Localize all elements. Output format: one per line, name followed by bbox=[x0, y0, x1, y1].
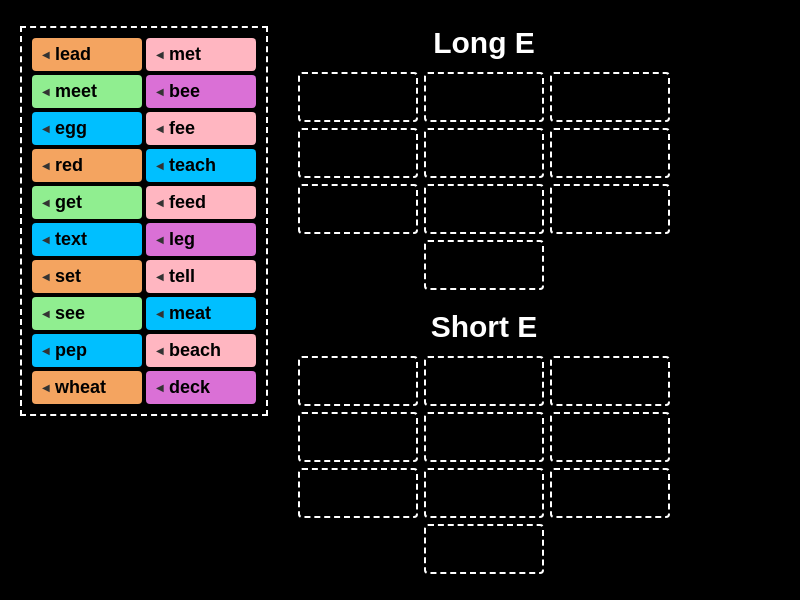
long-e-row-1 bbox=[298, 72, 670, 122]
speaker-icon: ◀ bbox=[42, 271, 50, 282]
long-e-row-4 bbox=[298, 240, 670, 290]
speaker-icon: ◀ bbox=[42, 197, 50, 208]
short-e-title: Short E bbox=[298, 310, 670, 344]
word-label: wheat bbox=[55, 377, 106, 398]
long-e-section: Long E bbox=[298, 26, 670, 290]
drop-cell[interactable] bbox=[424, 128, 544, 178]
short-e-row-1 bbox=[298, 356, 670, 406]
word-row: ◀red◀teach bbox=[32, 149, 256, 182]
speaker-icon: ◀ bbox=[42, 234, 50, 245]
word-label: text bbox=[55, 229, 87, 250]
word-label: pep bbox=[55, 340, 87, 361]
drop-cell[interactable] bbox=[550, 356, 670, 406]
word-cell-egg[interactable]: ◀egg bbox=[32, 112, 142, 145]
speaker-icon: ◀ bbox=[156, 382, 164, 393]
speaker-icon: ◀ bbox=[156, 86, 164, 97]
drop-cell[interactable] bbox=[550, 468, 670, 518]
word-list-panel: ◀lead◀met◀meet◀bee◀egg◀fee◀red◀teach◀get… bbox=[20, 26, 268, 416]
word-cell-meat[interactable]: ◀meat bbox=[146, 297, 256, 330]
speaker-icon: ◀ bbox=[42, 345, 50, 356]
word-label: lead bbox=[55, 44, 91, 65]
word-cell-teach[interactable]: ◀teach bbox=[146, 149, 256, 182]
word-cell-red[interactable]: ◀red bbox=[32, 149, 142, 182]
word-cell-tell[interactable]: ◀tell bbox=[146, 260, 256, 293]
word-cell-get[interactable]: ◀get bbox=[32, 186, 142, 219]
drop-cell[interactable] bbox=[424, 524, 544, 574]
word-label: leg bbox=[169, 229, 195, 250]
word-label: tell bbox=[169, 266, 195, 287]
word-label: beach bbox=[169, 340, 221, 361]
word-label: feed bbox=[169, 192, 206, 213]
word-label: see bbox=[55, 303, 85, 324]
word-row: ◀text◀leg bbox=[32, 223, 256, 256]
short-e-section: Short E bbox=[298, 310, 670, 574]
short-e-row-4 bbox=[298, 524, 670, 574]
word-cell-pep[interactable]: ◀pep bbox=[32, 334, 142, 367]
drop-cell[interactable] bbox=[550, 128, 670, 178]
word-row: ◀get◀feed bbox=[32, 186, 256, 219]
speaker-icon: ◀ bbox=[156, 123, 164, 134]
word-cell-leg[interactable]: ◀leg bbox=[146, 223, 256, 256]
word-row: ◀pep◀beach bbox=[32, 334, 256, 367]
word-cell-deck[interactable]: ◀deck bbox=[146, 371, 256, 404]
drop-cell[interactable] bbox=[424, 468, 544, 518]
word-label: meat bbox=[169, 303, 211, 324]
drop-cell[interactable] bbox=[424, 412, 544, 462]
word-label: meet bbox=[55, 81, 97, 102]
drop-cell[interactable] bbox=[424, 184, 544, 234]
drop-cell[interactable] bbox=[424, 72, 544, 122]
short-e-row-3 bbox=[298, 468, 670, 518]
short-e-row-2 bbox=[298, 412, 670, 462]
word-cell-meet[interactable]: ◀meet bbox=[32, 75, 142, 108]
sorting-area: Long E bbox=[298, 26, 670, 574]
speaker-icon: ◀ bbox=[156, 271, 164, 282]
long-e-row-2 bbox=[298, 128, 670, 178]
word-cell-text[interactable]: ◀text bbox=[32, 223, 142, 256]
speaker-icon: ◀ bbox=[42, 86, 50, 97]
speaker-icon: ◀ bbox=[156, 197, 164, 208]
drop-cell[interactable] bbox=[424, 356, 544, 406]
word-row: ◀lead◀met bbox=[32, 38, 256, 71]
word-row: ◀egg◀fee bbox=[32, 112, 256, 145]
word-cell-beach[interactable]: ◀beach bbox=[146, 334, 256, 367]
drop-cell[interactable] bbox=[424, 240, 544, 290]
word-label: fee bbox=[169, 118, 195, 139]
drop-cell[interactable] bbox=[298, 184, 418, 234]
speaker-icon: ◀ bbox=[156, 160, 164, 171]
word-label: red bbox=[55, 155, 83, 176]
word-label: set bbox=[55, 266, 81, 287]
speaker-icon: ◀ bbox=[42, 382, 50, 393]
word-label: met bbox=[169, 44, 201, 65]
word-row: ◀meet◀bee bbox=[32, 75, 256, 108]
speaker-icon: ◀ bbox=[42, 160, 50, 171]
short-e-grid bbox=[298, 356, 670, 574]
long-e-row-3 bbox=[298, 184, 670, 234]
drop-cell[interactable] bbox=[298, 356, 418, 406]
word-cell-set[interactable]: ◀set bbox=[32, 260, 142, 293]
speaker-icon: ◀ bbox=[156, 308, 164, 319]
word-cell-feed[interactable]: ◀feed bbox=[146, 186, 256, 219]
speaker-icon: ◀ bbox=[42, 308, 50, 319]
drop-cell[interactable] bbox=[550, 184, 670, 234]
drop-cell[interactable] bbox=[298, 72, 418, 122]
word-cell-wheat[interactable]: ◀wheat bbox=[32, 371, 142, 404]
word-cell-bee[interactable]: ◀bee bbox=[146, 75, 256, 108]
speaker-icon: ◀ bbox=[156, 345, 164, 356]
drop-cell[interactable] bbox=[298, 128, 418, 178]
speaker-icon: ◀ bbox=[156, 49, 164, 60]
word-label: teach bbox=[169, 155, 216, 176]
main-container: ◀lead◀met◀meet◀bee◀egg◀fee◀red◀teach◀get… bbox=[20, 26, 670, 574]
long-e-title: Long E bbox=[298, 26, 670, 60]
drop-cell[interactable] bbox=[550, 412, 670, 462]
drop-cell[interactable] bbox=[550, 72, 670, 122]
word-row: ◀see◀meat bbox=[32, 297, 256, 330]
drop-cell[interactable] bbox=[298, 468, 418, 518]
speaker-icon: ◀ bbox=[42, 49, 50, 60]
drop-cell[interactable] bbox=[298, 412, 418, 462]
word-cell-lead[interactable]: ◀lead bbox=[32, 38, 142, 71]
word-cell-see[interactable]: ◀see bbox=[32, 297, 142, 330]
word-cell-met[interactable]: ◀met bbox=[146, 38, 256, 71]
word-label: bee bbox=[169, 81, 200, 102]
word-label: get bbox=[55, 192, 82, 213]
word-cell-fee[interactable]: ◀fee bbox=[146, 112, 256, 145]
